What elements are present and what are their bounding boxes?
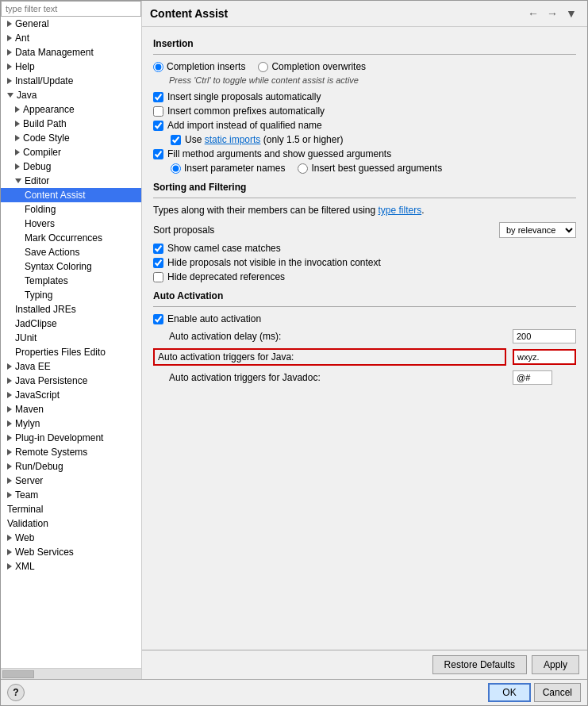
hide-not-visible-checkbox[interactable] [153, 258, 163, 268]
sidebar-item-remote-systems[interactable]: Remote Systems [1, 445, 141, 459]
insert-best-guessed-radio[interactable]: Insert best guessed arguments [298, 163, 442, 174]
sidebar-item-mark-occurrences[interactable]: Mark Occurrences [1, 231, 141, 245]
sidebar-item-plugin-development[interactable]: Plug-in Development [1, 431, 141, 445]
insert-param-names-input[interactable] [171, 163, 181, 174]
hide-not-visible-label: Hide proposals not visible in the invoca… [167, 257, 381, 268]
restore-defaults-button[interactable]: Restore Defaults [432, 655, 527, 674]
scrollbar-thumb[interactable] [2, 670, 34, 678]
sidebar-item-properties-files-editor[interactable]: Properties Files Edito [1, 345, 141, 359]
sidebar-label: Syntax Coloring [25, 261, 92, 272]
apply-button[interactable]: Apply [532, 655, 579, 674]
sidebar-item-build-path[interactable]: Build Path [1, 117, 141, 131]
sidebar-label: Appearance [23, 104, 75, 115]
insert-common-label: Insert common prefixes automatically [167, 106, 325, 117]
sidebar-item-validation[interactable]: Validation [1, 516, 141, 531]
insert-common-checkbox[interactable] [153, 106, 163, 117]
sidebar-label: Java [17, 90, 37, 101]
sidebar-label: Mark Occurrences [25, 232, 102, 244]
sidebar-item-code-style[interactable]: Code Style [1, 131, 141, 145]
completion-inserts-radio[interactable]: Completion inserts [153, 61, 245, 72]
show-camel-checkbox-item: Show camel case matches [153, 243, 576, 254]
sidebar-item-install-update[interactable]: Install/Update [1, 74, 141, 88]
ok-button[interactable]: OK [488, 683, 530, 702]
sidebar-label: Hovers [25, 218, 55, 229]
arrow-icon [7, 492, 12, 498]
sidebar-item-junit[interactable]: JUnit [1, 331, 141, 345]
sidebar-item-java[interactable]: Java [1, 88, 141, 102]
sidebar-item-templates[interactable]: Templates [1, 274, 141, 288]
sidebar-item-content-assist[interactable]: Content Assist [1, 188, 141, 202]
sidebar-item-ant[interactable]: Ant [1, 31, 141, 45]
sidebar-item-hovers[interactable]: Hovers [1, 217, 141, 231]
completion-inserts-input[interactable] [153, 62, 163, 72]
back-button[interactable]: ← [525, 6, 541, 21]
java-triggers-input[interactable] [513, 349, 576, 365]
type-filters-link[interactable]: type filters [379, 205, 422, 216]
sidebar-item-run-debug[interactable]: Run/Debug [1, 459, 141, 474]
sidebar-item-mylyn[interactable]: Mylyn [1, 416, 141, 431]
use-static-label: Use static imports (only 1.5 or higher) [185, 134, 343, 145]
filter-input[interactable] [1, 1, 141, 17]
right-content: Insertion Completion inserts Completion … [142, 27, 587, 650]
arrow-icon [7, 549, 12, 555]
arrow-icon [7, 392, 12, 398]
left-scrollbar[interactable] [1, 668, 141, 679]
arrow-icon [7, 406, 12, 412]
sidebar-item-typing[interactable]: Typing [1, 288, 141, 302]
show-camel-checkbox[interactable] [153, 244, 163, 254]
insert-best-guessed-input[interactable] [298, 163, 308, 174]
enable-auto-checkbox[interactable] [153, 314, 163, 324]
sidebar-item-server[interactable]: Server [1, 474, 141, 488]
sidebar-item-folding[interactable]: Folding [1, 202, 141, 217]
sidebar-item-save-actions[interactable]: Save Actions [1, 245, 141, 259]
sidebar-item-maven[interactable]: Maven [1, 402, 141, 416]
sidebar-item-help[interactable]: Help [1, 59, 141, 74]
arrow-icon [7, 21, 12, 27]
sidebar-item-general[interactable]: General [1, 17, 141, 31]
add-import-checkbox[interactable] [153, 121, 163, 131]
use-static-checkbox[interactable] [171, 135, 181, 145]
insert-param-names-radio[interactable]: Insert parameter names [171, 163, 285, 174]
sort-proposals-select[interactable]: by relevance alphabetically [499, 222, 576, 238]
sidebar-item-web[interactable]: Web [1, 531, 141, 545]
static-imports-link[interactable]: static imports [205, 134, 261, 145]
hide-deprecated-checkbox[interactable] [153, 272, 163, 282]
cancel-button[interactable]: Cancel [534, 683, 581, 702]
sidebar-item-team[interactable]: Team [1, 488, 141, 502]
sidebar-item-java-ee[interactable]: Java EE [1, 359, 141, 374]
sidebar-item-editor[interactable]: Editor [1, 174, 141, 188]
sidebar-label: Debug [23, 161, 51, 172]
sidebar-item-debug[interactable]: Debug [1, 159, 141, 174]
insert-single-checkbox[interactable] [153, 92, 163, 102]
sidebar-label: Web [15, 532, 34, 543]
dropdown-button[interactable]: ▼ [563, 6, 579, 21]
sidebar-item-compiler[interactable]: Compiler [1, 145, 141, 159]
sort-proposals-row: Sort proposals by relevance alphabetical… [153, 222, 576, 238]
completion-overwrites-input[interactable] [258, 62, 268, 72]
delay-label: Auto activation delay (ms): [153, 331, 506, 342]
sidebar-item-xml[interactable]: XML [1, 559, 141, 574]
completion-overwrites-radio[interactable]: Completion overwrites [258, 61, 366, 72]
sidebar-item-appearance[interactable]: Appearance [1, 102, 141, 117]
hide-not-visible-checkbox-item: Hide proposals not visible in the invoca… [153, 257, 576, 268]
delay-input[interactable] [513, 329, 576, 343]
sidebar-item-java-persistence[interactable]: Java Persistence [1, 374, 141, 388]
sidebar-item-data-management[interactable]: Data Management [1, 45, 141, 59]
hide-deprecated-checkbox-item: Hide deprecated references [153, 271, 576, 282]
help-button[interactable]: ? [7, 684, 25, 701]
sidebar-item-syntax-coloring[interactable]: Syntax Coloring [1, 259, 141, 274]
sidebar-item-web-services[interactable]: Web Services [1, 545, 141, 559]
sidebar-label: General [15, 18, 49, 29]
sidebar-item-terminal[interactable]: Terminal [1, 502, 141, 516]
footer-left: ? [7, 684, 25, 701]
fill-method-checkbox[interactable] [153, 149, 163, 159]
header-icons: ← → ▼ [525, 6, 579, 21]
completion-inserts-label: Completion inserts [167, 61, 245, 72]
sidebar-item-jadclipse[interactable]: JadClipse [1, 317, 141, 331]
forward-button[interactable]: → [544, 6, 560, 21]
javadoc-triggers-input[interactable] [513, 370, 552, 385]
sidebar-item-javascript[interactable]: JavaScript [1, 388, 141, 402]
ctrl-note: Press 'Ctrl' to toggle while content ass… [169, 75, 576, 85]
sidebar-item-installed-jres[interactable]: Installed JREs [1, 302, 141, 317]
sidebar-label: Help [15, 61, 35, 72]
